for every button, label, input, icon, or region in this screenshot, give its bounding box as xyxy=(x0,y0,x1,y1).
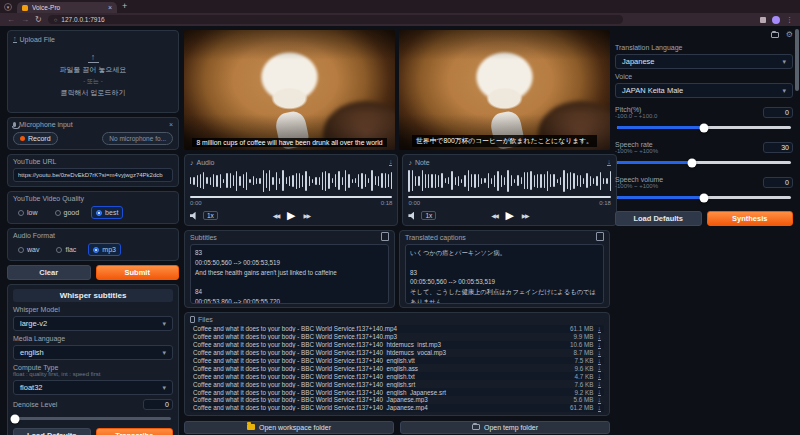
denoise-level-slider[interactable] xyxy=(15,417,171,420)
download-icon[interactable]: ↓ xyxy=(598,372,602,380)
download-icon[interactable]: ↓ xyxy=(598,341,602,349)
radio-format-wav[interactable]: wav xyxy=(13,243,44,256)
file-row[interactable]: Coffee and what it does to your body - B… xyxy=(190,364,604,372)
pitch-slider[interactable] xyxy=(617,126,791,129)
speech-volume-slider[interactable] xyxy=(617,196,791,199)
voice-select[interactable]: JAPAN Keita Male ▾ xyxy=(615,83,793,98)
volume-icon[interactable] xyxy=(408,212,417,220)
whisper-load-defaults-button[interactable]: Load Defaults xyxy=(13,428,91,435)
volume-icon[interactable] xyxy=(190,212,199,220)
tab-close-icon[interactable]: × xyxy=(108,4,112,11)
translated-captions-textarea[interactable]: いくつかの癌とパーキンソン病。 83 00:05:50,560 --> 00:0… xyxy=(405,244,604,304)
subtitles-textarea[interactable]: 83 00:05:50,560 --> 00:05:53,519 And the… xyxy=(190,244,389,304)
reload-icon[interactable]: ↻ xyxy=(35,16,42,24)
file-row[interactable]: Coffee and what it does to your body - B… xyxy=(190,404,604,412)
slider-handle[interactable] xyxy=(700,123,709,132)
compute-type-select[interactable]: float32 ▾ xyxy=(13,380,173,395)
file-row[interactable]: Coffee and what it does to your body - B… xyxy=(190,372,604,380)
play-icon[interactable]: ▶ xyxy=(505,209,513,222)
download-icon[interactable]: ↓ xyxy=(598,364,602,372)
download-icon[interactable]: ↓ xyxy=(598,325,602,333)
download-icon[interactable]: ↓ xyxy=(598,404,602,412)
copy-icon[interactable] xyxy=(383,234,389,241)
browser-tab[interactable]: Voice-Pro × xyxy=(17,2,117,13)
audio-waveform[interactable] xyxy=(408,169,610,193)
transcribe-button[interactable]: Transcribe xyxy=(96,428,174,435)
copy-icon[interactable] xyxy=(598,234,604,241)
file-row[interactable]: Coffee and what it does to your body - B… xyxy=(190,357,604,365)
close-icon[interactable]: × xyxy=(169,121,173,128)
record-button[interactable]: Record xyxy=(13,132,58,145)
file-row[interactable]: Coffee and what it does to your body - B… xyxy=(190,349,604,357)
synthesis-column: ⚙ Translation Language Japanese ▾ Voice … xyxy=(615,30,793,435)
file-row[interactable]: Coffee and what it does to your body - B… xyxy=(190,396,604,404)
slider-handle[interactable] xyxy=(11,414,20,423)
site-info-icon[interactable]: ○ xyxy=(54,17,58,23)
speech-rate-slider[interactable] xyxy=(617,161,791,164)
download-icon[interactable]: ↓ xyxy=(607,158,611,166)
address-bar[interactable]: ○ 127.0.0.1:7916 xyxy=(48,15,623,24)
file-row[interactable]: Coffee and what it does to your body - B… xyxy=(190,333,604,341)
radio-quality-best[interactable]: best xyxy=(91,206,123,219)
download-icon[interactable]: ↓ xyxy=(598,388,602,396)
subtitles-label: Subtitles xyxy=(190,234,217,241)
video-player-translated[interactable]: 世界中で800万杯のコーヒーが飲まれたことになります。 xyxy=(399,30,610,150)
download-icon[interactable]: ↓ xyxy=(598,357,602,365)
denoise-level-input[interactable]: 0 xyxy=(143,399,173,410)
microphone-icon xyxy=(13,122,16,127)
download-icon[interactable]: ↓ xyxy=(598,396,602,404)
audio-player-original: ♪ Audio ↓ 0:00 0:18 1x ◀◀ ▶ xyxy=(184,154,398,226)
workspace-folder-icon[interactable] xyxy=(771,32,779,38)
video-player-original[interactable]: 8 million cups of coffee will have been … xyxy=(184,30,395,150)
radio-icon xyxy=(56,247,62,253)
radio-quality-low[interactable]: low xyxy=(13,206,43,219)
download-icon[interactable]: ↓ xyxy=(389,158,393,166)
playback-speed-button[interactable]: 1x xyxy=(421,211,436,220)
speech-volume-input[interactable]: 0 xyxy=(763,177,793,188)
skip-back-icon[interactable]: ◀◀ xyxy=(273,212,279,219)
download-icon[interactable]: ↓ xyxy=(598,333,602,341)
gear-icon[interactable]: ⚙ xyxy=(786,31,793,39)
submit-button[interactable]: Submit xyxy=(96,265,180,280)
file-row[interactable]: Coffee and what it does to your body - B… xyxy=(190,380,604,388)
play-icon[interactable]: ▶ xyxy=(287,209,295,222)
audio-seekbar[interactable] xyxy=(190,196,392,199)
open-workspace-folder-button[interactable]: Open workspace folder xyxy=(184,421,394,434)
playback-speed-button[interactable]: 1x xyxy=(203,211,218,220)
synthesis-button[interactable]: Synthesis xyxy=(707,211,794,226)
file-row[interactable]: Coffee and what it does to your body - B… xyxy=(190,388,604,396)
file-row[interactable]: Coffee and what it does to your body - B… xyxy=(190,341,604,349)
translation-language-select[interactable]: Japanese ▾ xyxy=(615,54,793,69)
clear-button[interactable]: Clear xyxy=(7,265,91,280)
skip-back-icon[interactable]: ◀◀ xyxy=(491,212,497,219)
media-language-select[interactable]: english ▾ xyxy=(13,345,173,360)
synthesis-load-defaults-button[interactable]: Load Defaults xyxy=(615,211,702,226)
page-scrollbar[interactable] xyxy=(795,29,799,91)
skip-forward-icon[interactable]: ▶▶ xyxy=(522,212,528,219)
file-dropzone[interactable]: ↑ 파일을 끌어 놓으세요 - 또는 - 클릭해서 업로드하기 xyxy=(13,43,173,108)
window-menu-icon[interactable]: ▾ xyxy=(4,3,12,11)
audio-seekbar[interactable] xyxy=(408,196,610,199)
back-icon[interactable]: ← xyxy=(7,16,15,24)
pitch-input[interactable]: 0 xyxy=(763,107,793,118)
radio-quality-good[interactable]: good xyxy=(50,206,85,219)
audio-waveform[interactable] xyxy=(190,169,392,193)
audio-format-panel: Audio Format wav flac mp3 xyxy=(7,228,179,261)
open-temp-folder-button[interactable]: Open temp folder xyxy=(400,421,610,434)
profile-avatar[interactable] xyxy=(772,16,780,24)
download-icon[interactable]: ↓ xyxy=(598,349,602,357)
speech-rate-input[interactable]: 30 xyxy=(763,142,793,153)
extensions-icon[interactable] xyxy=(760,17,766,23)
new-tab-button[interactable]: + xyxy=(122,1,127,11)
radio-format-mp3[interactable]: mp3 xyxy=(88,243,121,256)
skip-forward-icon[interactable]: ▶▶ xyxy=(303,212,309,219)
download-icon[interactable]: ↓ xyxy=(598,380,602,388)
browser-menu-icon[interactable]: ⋮ xyxy=(786,16,793,24)
youtube-url-input[interactable] xyxy=(13,168,173,182)
radio-format-flac[interactable]: flac xyxy=(51,243,81,256)
slider-handle[interactable] xyxy=(700,193,709,202)
whisper-model-select[interactable]: large-v2 ▾ xyxy=(13,316,173,331)
forward-icon[interactable]: → xyxy=(21,16,29,24)
file-row[interactable]: Coffee and what it does to your body - B… xyxy=(190,325,604,333)
slider-handle[interactable] xyxy=(687,158,696,167)
